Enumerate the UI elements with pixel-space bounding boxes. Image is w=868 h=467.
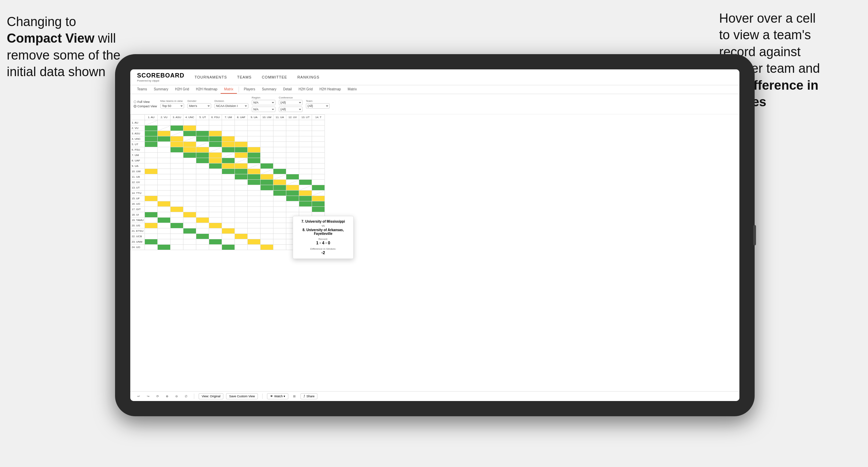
matrix-cell[interactable] [171, 169, 183, 174]
tab-h2h-heatmap1[interactable]: H2H Heatmap [193, 85, 221, 94]
matrix-cell[interactable] [261, 196, 273, 201]
matrix-cell[interactable] [171, 196, 183, 201]
matrix-cell[interactable] [209, 218, 222, 223]
tab-h2h-grid2[interactable]: H2H Grid [295, 85, 316, 94]
matrix-cell[interactable] [196, 218, 209, 223]
matrix-cell[interactable] [248, 239, 261, 245]
matrix-cell[interactable] [235, 147, 248, 153]
matrix-cell[interactable] [312, 131, 325, 136]
matrix-cell[interactable] [261, 185, 273, 191]
matrix-cell[interactable] [273, 158, 286, 163]
reset-button[interactable]: ∅ [183, 394, 190, 399]
matrix-cell[interactable] [261, 174, 273, 180]
share-icon-button[interactable]: ⊞ [291, 394, 298, 399]
matrix-cell[interactable] [171, 174, 183, 180]
matrix-cell[interactable] [222, 185, 235, 191]
matrix-cell[interactable] [235, 228, 248, 234]
matrix-cell[interactable] [248, 223, 261, 228]
matrix-cell[interactable] [171, 163, 183, 169]
matrix-cell[interactable] [158, 131, 171, 136]
matrix-cell[interactable] [183, 158, 196, 163]
matrix-cell[interactable] [183, 223, 196, 228]
matrix-cell[interactable] [273, 142, 286, 147]
matrix-cell[interactable] [261, 153, 273, 158]
matrix-cell[interactable] [158, 126, 171, 131]
matrix-cell[interactable] [183, 147, 196, 153]
matrix-cell[interactable] [248, 196, 261, 201]
matrix-cell[interactable] [273, 136, 286, 142]
matrix-cell[interactable] [209, 169, 222, 174]
matrix-cell[interactable] [286, 142, 299, 147]
redo-button[interactable]: ↪ [145, 394, 152, 399]
matrix-cell[interactable] [235, 131, 248, 136]
matrix-cell[interactable] [299, 131, 312, 136]
matrix-cell[interactable] [209, 131, 222, 136]
matrix-cell[interactable] [209, 163, 222, 169]
matrix-cell[interactable] [171, 234, 183, 239]
matrix-cell[interactable] [235, 191, 248, 196]
matrix-cell[interactable] [248, 207, 261, 212]
matrix-cell[interactable] [196, 207, 209, 212]
matrix-cell[interactable] [261, 228, 273, 234]
undo-button[interactable]: ↩ [135, 394, 142, 399]
matrix-cell[interactable] [196, 180, 209, 185]
matrix-cell[interactable] [273, 126, 286, 131]
matrix-cell[interactable] [235, 174, 248, 180]
matrix-cell[interactable] [222, 169, 235, 174]
division-select[interactable]: NCAA Division I [215, 103, 248, 109]
matrix-cell[interactable] [158, 180, 171, 185]
matrix-cell[interactable] [209, 234, 222, 239]
matrix-cell[interactable] [312, 142, 325, 147]
matrix-cell[interactable] [273, 201, 286, 207]
matrix-cell[interactable] [248, 142, 261, 147]
matrix-cell[interactable] [222, 212, 235, 218]
matrix-cell[interactable] [222, 147, 235, 153]
matrix-cell[interactable] [273, 185, 286, 191]
matrix-cell[interactable] [235, 239, 248, 245]
matrix-cell[interactable] [261, 147, 273, 153]
matrix-cell[interactable] [286, 196, 299, 201]
matrix-cell[interactable] [196, 239, 209, 245]
matrix-cell[interactable] [248, 131, 261, 136]
matrix-cell[interactable] [145, 126, 158, 131]
matrix-cell[interactable] [183, 163, 196, 169]
matrix-cell[interactable] [299, 163, 312, 169]
matrix-cell[interactable] [261, 212, 273, 218]
matrix-cell[interactable] [312, 201, 325, 207]
matrix-cell[interactable] [145, 212, 158, 218]
matrix-cell[interactable] [183, 212, 196, 218]
tab-matrix2[interactable]: Matrix [344, 85, 360, 94]
tab-h2h-grid1[interactable]: H2H Grid [172, 85, 193, 94]
matrix-cell[interactable] [235, 180, 248, 185]
matrix-cell[interactable] [261, 245, 273, 250]
matrix-cell[interactable] [248, 245, 261, 250]
matrix-cell[interactable] [235, 218, 248, 223]
matrix-cell[interactable] [158, 185, 171, 191]
matrix-cell[interactable] [209, 147, 222, 153]
matrix-cell[interactable] [196, 212, 209, 218]
matrix-cell[interactable] [209, 239, 222, 245]
matrix-cell[interactable] [183, 201, 196, 207]
matrix-cell[interactable] [299, 136, 312, 142]
matrix-cell[interactable] [312, 207, 325, 212]
matrix-cell[interactable] [299, 158, 312, 163]
matrix-cell[interactable] [158, 153, 171, 158]
region-select2[interactable]: N/A [252, 107, 275, 112]
matrix-cell[interactable] [196, 185, 209, 191]
matrix-cell[interactable] [209, 207, 222, 212]
matrix-cell[interactable] [171, 153, 183, 158]
full-view-radio[interactable]: Full View [134, 100, 157, 104]
matrix-cell[interactable] [183, 245, 196, 250]
matrix-cell[interactable] [248, 136, 261, 142]
matrix-cell[interactable] [196, 191, 209, 196]
matrix-cell[interactable] [261, 136, 273, 142]
matrix-cell[interactable] [158, 120, 171, 126]
view-original-button[interactable]: View: Original [199, 393, 223, 399]
matrix-cell[interactable] [196, 201, 209, 207]
matrix-cell[interactable] [171, 180, 183, 185]
matrix-cell[interactable] [235, 158, 248, 163]
matrix-cell[interactable] [209, 223, 222, 228]
region-select1[interactable]: N/A [252, 100, 275, 105]
matrix-cell[interactable] [222, 126, 235, 131]
matrix-cell[interactable] [273, 239, 286, 245]
